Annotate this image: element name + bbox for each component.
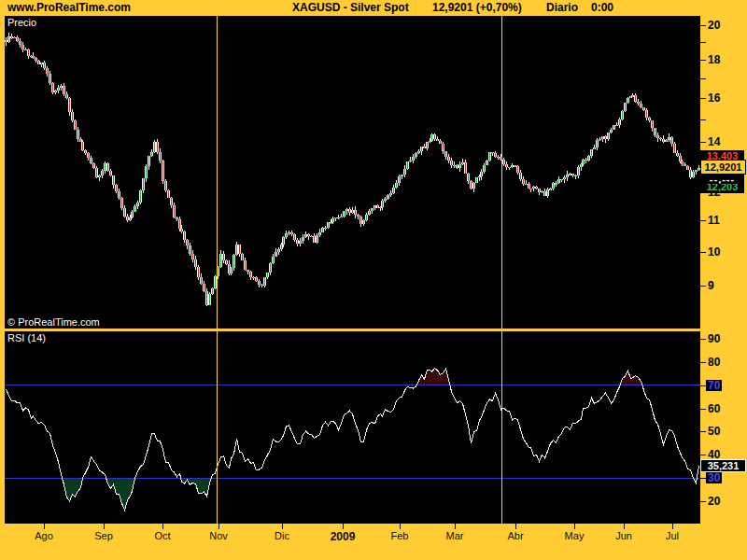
price-axis-label: 18 (708, 54, 720, 65)
rsi-axis-tick (699, 431, 706, 432)
time-axis-tick (400, 524, 401, 529)
rsi-axis-tick (699, 362, 706, 363)
rsi-axis-label: 80 (708, 357, 720, 368)
rsi-axis-tick (699, 478, 706, 479)
time-axis-label: Mar (446, 530, 464, 541)
time-axis-tick (162, 524, 163, 529)
rsi-pane[interactable]: RSI (14) (5, 331, 700, 524)
time-axis-tick (455, 524, 456, 529)
price-axis-label: 10 (708, 246, 720, 258)
timeframe-label: Diario (546, 1, 578, 14)
time-axis-label: 2009 (331, 530, 356, 543)
price-pane-label: Precio (7, 17, 36, 28)
time-axis-tick (574, 524, 575, 529)
time-axis-label: May (565, 530, 585, 541)
time-axis-tick (44, 524, 45, 529)
rsi-pane-label: RSI (14) (7, 332, 46, 343)
time-axis-label: Jul (666, 530, 679, 541)
price-axis-tick (699, 142, 706, 143)
time-axis-label: Sep (94, 530, 113, 541)
time-axis-label: Nov (209, 530, 228, 541)
copyright-label: © ProRealTime.com (7, 316, 100, 328)
proRealTime-window: www.ProRealTime.com XAGUSD - Silver Spot… (0, 0, 747, 560)
time-axis-label: Feb (391, 530, 409, 541)
rsi-axis-tick (699, 409, 706, 410)
price-axis-tick (699, 252, 706, 253)
session-time: 0:00 (591, 1, 613, 14)
instrument-title: XAGUSD - Silver Spot (292, 1, 409, 14)
rsi-chart[interactable] (5, 331, 700, 524)
price-axis-tick (699, 60, 706, 61)
time-axis-tick (624, 524, 625, 529)
time-axis-tick (515, 524, 516, 529)
time-axis-label: Abr (507, 530, 523, 541)
current-price-label: 12,9201 (700, 160, 746, 175)
rsi-axis-label: 20 (708, 496, 720, 507)
level-label-dashed: --,--- (700, 174, 744, 184)
top-bar: www.ProRealTime.com XAGUSD - Silver Spot… (0, 0, 747, 16)
rsi-axis-label: 50 (708, 426, 720, 437)
rsi-axis-label: 90 (708, 333, 720, 344)
time-axis-tick (672, 524, 673, 529)
rsi-axis-tick (699, 501, 706, 502)
time-axis-tick (343, 524, 344, 529)
price-axis-label: 16 (708, 92, 720, 104)
price-axis-tick (699, 220, 706, 221)
price-axis-tick (699, 98, 706, 99)
price-axis-tick (699, 42, 706, 43)
brand-link[interactable]: www.ProRealTime.com (7, 1, 131, 14)
price-axis-tick (699, 25, 706, 26)
price-pane[interactable]: Precio © ProRealTime.com (5, 16, 700, 329)
time-axis-tick (218, 524, 219, 529)
rsi-axis-label: 60 (708, 403, 720, 414)
rsi-axis-tick (699, 339, 706, 340)
price-axis-label: 20 (708, 20, 720, 31)
rsi-axis-label-level: 30 (706, 472, 722, 483)
rsi-current-label: 35,231 (700, 459, 746, 472)
time-axis-label: Jun (615, 530, 632, 541)
time-axis-label: Dic (275, 530, 289, 541)
price-axis-tick (699, 119, 706, 120)
time-axis-tick (282, 524, 283, 529)
rsi-axis-label-level: 70 (706, 380, 722, 391)
price-axis-tick (699, 78, 706, 79)
rsi-axis-tick (699, 455, 706, 455)
candlestick-chart[interactable] (5, 16, 700, 329)
price-axis-label: 14 (708, 136, 720, 147)
time-axis-label: Oct (154, 530, 170, 541)
price-axis-label: 11 (708, 215, 720, 226)
time-axis-tick (104, 524, 105, 529)
last-quote: 12,9201 (+0,70%) (432, 1, 522, 14)
rsi-axis-tick (699, 385, 706, 386)
price-axis-tick (699, 286, 706, 287)
time-axis-label: Ago (35, 530, 53, 541)
price-axis-label: 9 (708, 280, 714, 291)
